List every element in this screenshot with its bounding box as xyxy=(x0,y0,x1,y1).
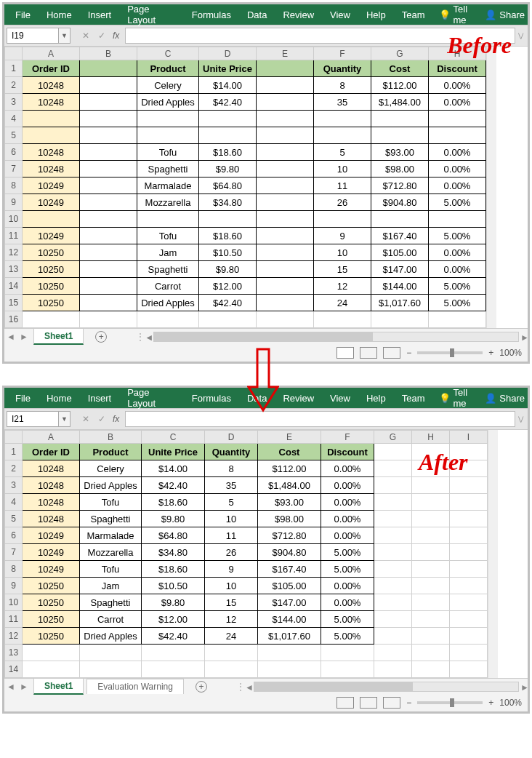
data-cell[interactable]: $105.00 xyxy=(371,244,429,261)
name-box[interactable]: I19 xyxy=(7,28,59,44)
data-cell[interactable]: 26 xyxy=(314,194,371,211)
row-header[interactable]: 3 xyxy=(5,94,23,111)
row-header[interactable]: 4 xyxy=(5,494,23,511)
data-cell[interactable]: Tofu xyxy=(80,561,142,578)
header-cell[interactable]: Quantity xyxy=(205,444,258,460)
data-cell[interactable]: 0.00% xyxy=(429,144,486,161)
ribbon-tab-view[interactable]: View xyxy=(322,9,358,20)
page-break-view-icon[interactable] xyxy=(383,347,400,359)
data-cell[interactable] xyxy=(257,111,314,127)
empty-cell[interactable] xyxy=(205,661,258,678)
data-cell[interactable] xyxy=(137,111,199,127)
data-cell[interactable]: $18.60 xyxy=(142,494,205,511)
zoom-slider[interactable] xyxy=(417,701,483,704)
data-cell[interactable] xyxy=(450,561,488,578)
col-header-D[interactable]: D xyxy=(205,431,258,444)
data-cell[interactable] xyxy=(412,594,450,611)
header-cell[interactable]: Quantity xyxy=(314,60,371,77)
data-cell[interactable]: 35 xyxy=(205,477,258,494)
empty-cell[interactable] xyxy=(142,661,205,678)
select-all-corner[interactable] xyxy=(5,47,23,60)
header-cell[interactable] xyxy=(257,60,314,77)
data-cell[interactable] xyxy=(80,295,137,311)
data-cell[interactable] xyxy=(412,628,450,645)
empty-cell[interactable] xyxy=(257,311,314,328)
data-cell[interactable]: 26 xyxy=(205,544,258,561)
zoom-slider[interactable] xyxy=(417,351,483,354)
data-cell[interactable] xyxy=(450,544,488,561)
ribbon-tab-review[interactable]: Review xyxy=(275,393,322,404)
data-cell[interactable] xyxy=(374,527,412,544)
sheet-tab-sheet1[interactable]: Sheet1 xyxy=(33,328,84,345)
col-header-B[interactable]: B xyxy=(80,431,142,444)
data-cell[interactable]: $1,017.60 xyxy=(258,628,321,645)
data-cell[interactable] xyxy=(412,527,450,544)
col-header-G[interactable]: G xyxy=(374,431,412,444)
empty-cell[interactable] xyxy=(321,661,374,678)
header-cell[interactable]: Unite Price xyxy=(142,444,205,460)
data-cell[interactable]: 5.00% xyxy=(321,628,374,645)
data-cell[interactable]: Spaghetti xyxy=(137,261,199,278)
col-header-B[interactable]: B xyxy=(80,47,137,60)
data-cell[interactable] xyxy=(80,144,137,161)
data-cell[interactable]: $147.00 xyxy=(371,261,429,278)
data-cell[interactable]: 10249 xyxy=(23,194,80,211)
col-header-E[interactable]: E xyxy=(257,47,314,60)
sheet-tab-evaluation-warning[interactable]: Evaluation Warning xyxy=(86,679,184,694)
data-cell[interactable]: $42.40 xyxy=(199,94,257,111)
data-cell[interactable] xyxy=(257,194,314,211)
empty-cell[interactable] xyxy=(80,661,142,678)
data-cell[interactable]: 9 xyxy=(205,561,258,578)
name-box[interactable]: I21 xyxy=(7,411,59,427)
row-header[interactable]: 13 xyxy=(5,645,23,661)
row-header[interactable]: 11 xyxy=(5,611,23,628)
data-cell[interactable]: 10248 xyxy=(23,161,80,177)
ribbon-tab-formulas[interactable]: Formulas xyxy=(184,393,239,404)
row-header[interactable]: 8 xyxy=(5,177,23,194)
empty-cell[interactable] xyxy=(412,645,450,661)
row-header[interactable]: 4 xyxy=(5,111,23,127)
data-cell[interactable] xyxy=(80,278,137,295)
data-cell[interactable] xyxy=(137,211,199,228)
data-cell[interactable] xyxy=(257,127,314,144)
row-header[interactable]: 7 xyxy=(5,161,23,177)
data-cell[interactable] xyxy=(450,477,488,494)
data-cell[interactable] xyxy=(374,561,412,578)
data-cell[interactable]: Tofu xyxy=(137,228,199,244)
data-cell[interactable]: 10248 xyxy=(23,77,80,94)
data-cell[interactable] xyxy=(314,111,371,127)
data-cell[interactable]: $147.00 xyxy=(258,594,321,611)
scroll-right-icon[interactable]: ► xyxy=(520,332,528,341)
row-header[interactable]: 5 xyxy=(5,511,23,527)
data-cell[interactable]: 10250 xyxy=(23,611,80,628)
data-cell[interactable]: 24 xyxy=(205,628,258,645)
zoom-out-button[interactable]: − xyxy=(406,348,411,358)
tell-me[interactable]: 💡Tell me xyxy=(439,387,480,409)
name-box-dropdown[interactable]: ▼ xyxy=(59,28,70,44)
data-cell[interactable]: 10249 xyxy=(23,527,80,544)
data-cell[interactable] xyxy=(412,494,450,511)
data-cell[interactable]: 15 xyxy=(314,261,371,278)
data-cell[interactable] xyxy=(374,578,412,594)
data-cell[interactable]: 8 xyxy=(314,77,371,94)
data-cell[interactable] xyxy=(80,77,137,94)
data-cell[interactable] xyxy=(412,561,450,578)
row-header[interactable]: 5 xyxy=(5,127,23,144)
col-header-I[interactable]: I xyxy=(450,431,488,444)
data-cell[interactable]: 0.00% xyxy=(321,494,374,511)
data-cell[interactable] xyxy=(257,161,314,177)
data-cell[interactable] xyxy=(257,278,314,295)
data-cell[interactable]: 0.00% xyxy=(321,460,374,477)
empty-cell[interactable] xyxy=(429,311,486,328)
data-cell[interactable]: 35 xyxy=(314,94,371,111)
col-header-A[interactable]: A xyxy=(23,431,80,444)
row-header[interactable]: 12 xyxy=(5,244,23,261)
data-cell[interactable]: Marmalade xyxy=(137,177,199,194)
data-cell[interactable] xyxy=(412,477,450,494)
data-cell[interactable] xyxy=(257,211,314,228)
empty-cell[interactable] xyxy=(371,311,429,328)
ribbon-tab-page-layout[interactable]: Page Layout xyxy=(119,4,184,25)
data-cell[interactable]: 10248 xyxy=(23,144,80,161)
expand-formula-icon[interactable]: ⋁ xyxy=(515,415,525,423)
normal-view-icon[interactable] xyxy=(336,697,354,709)
